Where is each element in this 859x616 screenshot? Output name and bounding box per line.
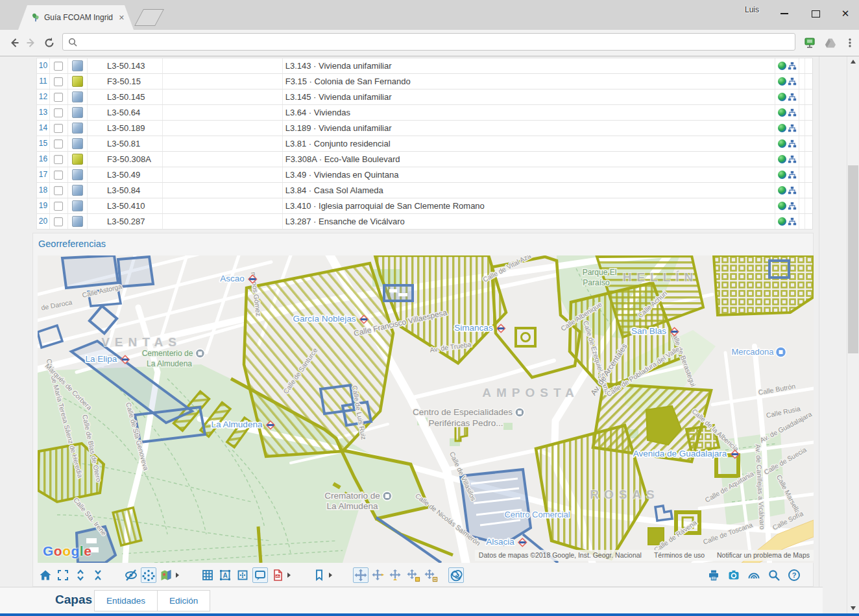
sitemap-icon[interactable] (788, 108, 797, 117)
sitemap-icon[interactable] (788, 171, 797, 180)
row-checkbox[interactable] (54, 202, 63, 211)
table-row[interactable]: 10 L3-50.143 L3.143 · Vivienda unifamili… (37, 58, 813, 74)
sitemap-icon[interactable] (788, 93, 797, 102)
table-row[interactable]: 19 L3-50.410 L3.410 · Iglesia parroquial… (37, 198, 813, 214)
sitemap-icon[interactable] (788, 77, 797, 86)
table-row[interactable]: 14 L3-50.189 L3.189 · Vivienda unifamili… (37, 121, 813, 136)
row-checkbox[interactable] (54, 124, 63, 133)
scroll-down-icon[interactable] (847, 603, 859, 613)
selection-box-icon[interactable] (235, 567, 250, 583)
scroll-up-icon[interactable] (847, 56, 859, 67)
globe-icon[interactable] (778, 202, 786, 210)
globe-icon[interactable] (778, 77, 786, 86)
row-checkbox[interactable] (54, 139, 63, 148)
move-add-icon[interactable] (370, 567, 386, 583)
hide-layer-icon[interactable] (123, 567, 139, 583)
google-map[interactable]: Calle Astorgade Darocamanos GómezCalle d… (38, 255, 814, 563)
camera-icon[interactable] (726, 567, 742, 583)
pan-icon[interactable] (353, 567, 369, 583)
sitemap-icon[interactable] (788, 155, 797, 164)
label-box-icon[interactable]: A (217, 567, 233, 583)
globe-icon[interactable] (778, 139, 786, 148)
sitemap-icon[interactable] (788, 202, 797, 211)
globe-icon[interactable] (778, 217, 786, 226)
move-copy-icon[interactable] (405, 567, 421, 583)
minimize-button[interactable] (773, 6, 795, 21)
table-row[interactable]: 11 F3-50.15 F3.15 · Colonia de San Ferna… (37, 74, 813, 89)
bookmark-icon[interactable] (311, 567, 327, 583)
close-button[interactable]: ✕ (834, 6, 856, 21)
page-scrollbar[interactable] (847, 56, 859, 613)
table-row[interactable]: 20 L3-50.287 L3.287 · Ensanche de Vicálv… (37, 214, 813, 230)
row-checkbox[interactable] (54, 155, 63, 164)
home-icon[interactable] (38, 567, 53, 583)
expand-vertical-icon[interactable] (73, 567, 88, 583)
table-row[interactable]: 18 L3-50.84 L3.84 · Casa Sol Alameda (37, 183, 813, 198)
report-pdf-icon[interactable] (270, 567, 285, 583)
entity-type-icon (72, 91, 83, 102)
move-copy-alt-icon[interactable] (423, 567, 439, 583)
print-icon[interactable] (706, 567, 721, 583)
tooltip-bubble-icon[interactable] (252, 567, 268, 583)
address-bar[interactable] (62, 33, 795, 51)
globe-icon[interactable] (778, 171, 786, 179)
sitemap-icon[interactable] (788, 186, 797, 195)
table-row[interactable]: 13 L3-50.64 L3.64 · Viviendas (37, 105, 813, 121)
tab-edicion[interactable]: Edición (157, 590, 210, 611)
browser-tab[interactable]: Guía FCOAM Ingrid · fcoa ✕ (18, 5, 134, 30)
forward-icon[interactable] (22, 34, 40, 52)
table-row[interactable]: 12 L3-50.145 L3.145 · Vivienda unifamili… (37, 89, 813, 105)
row-checkbox[interactable] (54, 62, 63, 71)
panorama-arc-icon[interactable] (746, 567, 762, 583)
thematic-map-icon[interactable] (158, 567, 174, 583)
help-icon[interactable]: ? (786, 567, 802, 583)
entity-code: L3-50.287 (88, 214, 163, 229)
terms-link[interactable]: Términos de uso (654, 551, 705, 559)
back-icon[interactable] (5, 34, 23, 52)
dropdown-caret-icon[interactable] (287, 573, 291, 578)
entity-description: F3.15 · Colonia de San Fernando (283, 74, 775, 89)
globe-icon[interactable] (778, 186, 786, 195)
fit-extent-icon[interactable] (55, 567, 71, 583)
row-checkbox[interactable] (54, 217, 63, 226)
reload-icon[interactable] (40, 34, 58, 52)
row-checkbox[interactable] (54, 108, 63, 117)
grid-icon[interactable] (200, 567, 215, 583)
globe-icon[interactable] (778, 108, 786, 117)
report-link[interactable]: Notificar un problema de Maps (717, 551, 810, 559)
map-canvas[interactable]: Calle Astorgade Darocamanos GómezCalle d… (38, 255, 814, 563)
globe-icon[interactable] (778, 155, 786, 163)
row-checkbox[interactable] (54, 93, 63, 102)
scrollbar-thumb[interactable] (848, 165, 858, 353)
drive-extension-icon[interactable] (821, 34, 840, 52)
row-checkbox[interactable] (54, 186, 63, 195)
collapse-vertical-icon[interactable] (90, 567, 106, 583)
globe-icon[interactable] (778, 124, 786, 132)
cluster-points-icon[interactable] (141, 567, 156, 583)
globe-icon[interactable] (778, 62, 786, 70)
move-vertex-icon[interactable] (388, 567, 404, 583)
dropdown-caret-icon[interactable] (176, 573, 179, 578)
sitemap-icon[interactable] (788, 62, 797, 71)
zoom-search-icon[interactable] (766, 567, 782, 583)
sitemap-icon[interactable] (788, 217, 797, 226)
tab-entidades[interactable]: Entidades (94, 590, 158, 611)
sitemap-icon[interactable] (788, 124, 797, 133)
table-row[interactable]: 16 F3-50.308A F3.308A · Eco-Valle Boulev… (37, 152, 813, 167)
row-checkbox[interactable] (54, 77, 63, 86)
google-logo[interactable]: Google (43, 543, 91, 559)
globe-icon[interactable] (778, 93, 786, 101)
menu-dots-icon[interactable] (841, 34, 859, 52)
new-tab-button[interactable] (134, 9, 164, 26)
table-row[interactable]: 17 L3-50.49 L3.49 · Viviendas en Quintan… (37, 167, 813, 183)
entity-code: L3-50.143 (88, 58, 163, 73)
url-input[interactable] (82, 36, 790, 47)
remote-desktop-extension-icon[interactable] (801, 34, 819, 52)
spiral-icon[interactable] (448, 567, 464, 583)
sitemap-icon[interactable] (788, 139, 797, 148)
table-row[interactable]: 15 L3-50.81 L3.81 · Conjunto residencial (37, 136, 813, 152)
dropdown-caret-icon[interactable] (329, 573, 332, 578)
tab-close-icon[interactable]: ✕ (119, 14, 125, 22)
row-checkbox[interactable] (54, 171, 63, 180)
maximize-button[interactable] (805, 6, 827, 21)
